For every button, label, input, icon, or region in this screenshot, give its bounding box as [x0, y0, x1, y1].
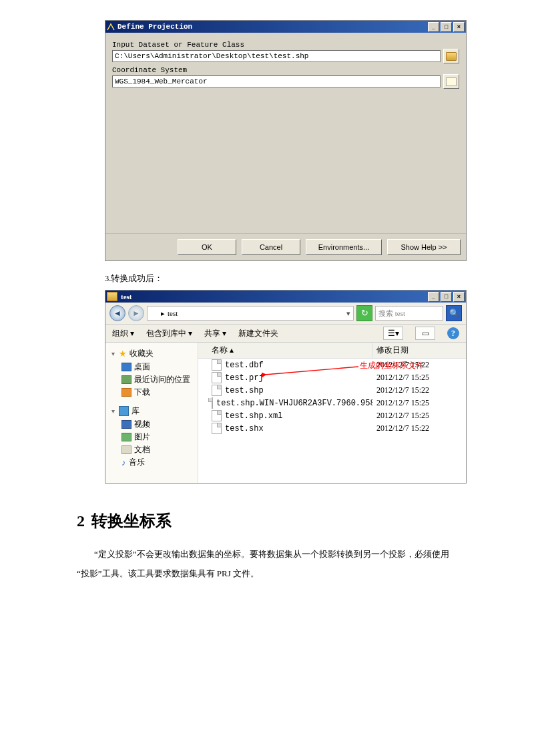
tree-music[interactable]: ♪音乐: [108, 456, 195, 469]
list-header[interactable]: 名称 ▴ 修改日期: [198, 343, 466, 359]
tree-downloads[interactable]: 下载: [108, 386, 195, 399]
refresh-button[interactable]: ↻: [356, 305, 372, 321]
folder-icon: [150, 310, 158, 317]
maximize-button[interactable]: □: [441, 292, 452, 302]
file-icon: [212, 372, 222, 383]
tree-documents[interactable]: 文档: [108, 443, 195, 456]
toolbar-new-folder[interactable]: 新建文件夹: [238, 328, 278, 339]
tree-favorites[interactable]: ▾★ 收藏夹: [108, 347, 195, 361]
column-date[interactable]: 修改日期: [372, 343, 466, 358]
coordinate-system-picker-button[interactable]: [443, 74, 459, 89]
address-dropdown-icon[interactable]: ▾: [346, 309, 350, 318]
explorer-window: test _ □ × ◄ ► ▸ test ▾ ↻ 搜索 test 🔍 组织 ▾…: [105, 290, 467, 484]
input-dataset-label: Input Dataset or Feature Class: [112, 41, 459, 49]
explorer-titlebar[interactable]: test _ □ ×: [105, 291, 466, 303]
maximize-button[interactable]: □: [441, 22, 452, 32]
explorer-navbar: ◄ ► ▸ test ▾ ↻ 搜索 test 🔍: [105, 303, 466, 325]
environments-button[interactable]: Environments...: [306, 239, 382, 255]
file-icon: [212, 397, 213, 409]
help-button[interactable]: ?: [447, 327, 459, 339]
cancel-button[interactable]: Cancel: [242, 239, 300, 255]
search-button[interactable]: 🔍: [446, 305, 462, 321]
breadcrumb-sep: ▸: [161, 309, 165, 318]
document-icon: [121, 445, 131, 454]
star-icon: ★: [119, 349, 127, 359]
file-icon: [212, 423, 222, 434]
section-title: 转换坐标系: [91, 512, 172, 530]
music-icon: ♪: [121, 457, 126, 468]
file-row[interactable]: test.shx 2012/12/7 15:22: [198, 422, 466, 435]
browse-dataset-button[interactable]: [443, 49, 459, 63]
library-icon: [119, 406, 129, 416]
explorer-toolbar: 组织 ▾ 包含到库中 ▾ 共享 ▾ 新建文件夹 ☰▾ ▭ ?: [105, 325, 466, 343]
dialog-titlebar[interactable]: Define Projection _ □ ×: [105, 21, 466, 33]
show-help-button[interactable]: Show Help >>: [387, 239, 461, 255]
search-input[interactable]: 搜索 test: [375, 306, 443, 321]
input-dataset-field[interactable]: C:\Users\Administrator\Desktop\test\test…: [112, 50, 441, 62]
tree-recent[interactable]: 最近访问的位置: [108, 373, 195, 386]
dialog-button-row: OK Cancel Environments... Show Help >>: [105, 233, 466, 260]
file-row[interactable]: test.dbf 2012/12/7 15:22: [198, 359, 466, 371]
explorer-filelist: 名称 ▴ 修改日期 test.dbf 2012/12/7 15:22 test.…: [198, 343, 466, 483]
column-name[interactable]: 名称 ▴: [198, 343, 372, 358]
toolbar-share[interactable]: 共享 ▾: [204, 328, 226, 339]
file-row[interactable]: test.shp.WIN-VHJU6R2A3FV.7960.9584... 20…: [198, 397, 466, 409]
desktop-icon: [121, 363, 131, 371]
close-button[interactable]: ×: [453, 22, 465, 32]
file-row[interactable]: test.shp 2012/12/7 15:22: [198, 384, 466, 397]
back-button[interactable]: ◄: [109, 305, 125, 321]
dialog-icon: [107, 23, 115, 31]
coordinate-system-field[interactable]: WGS_1984_Web_Mercator: [112, 75, 441, 87]
section-number: 2: [77, 512, 85, 530]
tree-libraries[interactable]: ▾ 库: [108, 404, 195, 418]
folder-icon: [446, 52, 457, 61]
section-heading: 2转换坐标系: [77, 510, 457, 532]
preview-button[interactable]: ▭: [415, 327, 435, 340]
coordinate-system-label: Coordinate System: [112, 66, 459, 74]
view-options-button[interactable]: ☰▾: [383, 327, 403, 340]
file-row[interactable]: test.shp.xml 2012/12/7 15:25: [198, 409, 466, 422]
close-button[interactable]: ×: [453, 292, 465, 302]
dialog-title: Define Projection: [117, 23, 427, 31]
minimize-button[interactable]: _: [428, 292, 439, 302]
properties-icon: [446, 77, 457, 86]
explorer-title: test: [121, 293, 427, 301]
ok-button[interactable]: OK: [178, 239, 236, 255]
toolbar-include[interactable]: 包含到库中 ▾: [146, 328, 192, 339]
section-paragraph: “定义投影”不会更改输出数据集的坐标。要将数据集从一个投影转换到另一个投影，必须…: [77, 545, 457, 583]
downloads-icon: [121, 388, 131, 397]
forward-button[interactable]: ►: [128, 305, 144, 321]
file-row[interactable]: test.prj 2012/12/7 15:25: [198, 371, 466, 384]
minimize-button[interactable]: _: [428, 22, 439, 32]
video-icon: [121, 420, 131, 429]
file-icon: [212, 385, 222, 396]
file-icon: [212, 359, 222, 371]
picture-icon: [121, 433, 131, 441]
tree-pictures[interactable]: 图片: [108, 431, 195, 443]
define-projection-dialog: Define Projection _ □ × Input Dataset or…: [105, 20, 467, 261]
tree-videos[interactable]: 视频: [108, 418, 195, 431]
breadcrumb[interactable]: test: [168, 309, 178, 317]
step-text: 3.转换成功后：: [105, 273, 457, 285]
toolbar-organize[interactable]: 组织 ▾: [112, 328, 134, 339]
tree-desktop[interactable]: 桌面: [108, 361, 195, 373]
address-bar[interactable]: ▸ test ▾: [147, 306, 354, 321]
file-icon: [212, 410, 222, 421]
folder-icon: [107, 292, 117, 301]
search-placeholder: 搜索 test: [378, 309, 405, 319]
recent-icon: [121, 375, 131, 384]
explorer-tree: ▾★ 收藏夹 桌面 最近访问的位置 下载 ▾ 库 视频 图片 文档 ♪音乐: [105, 343, 198, 483]
